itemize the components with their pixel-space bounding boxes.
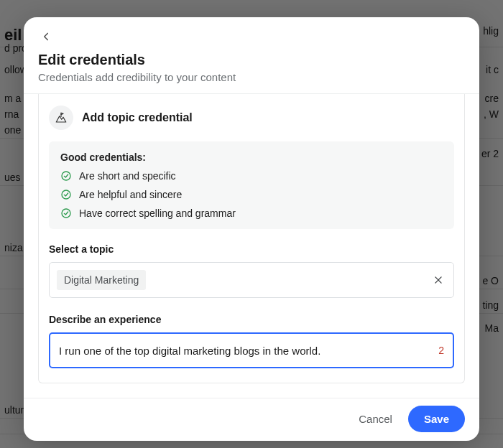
add-topic-label: Add topic credential [82, 111, 193, 124]
mountain-flag-icon [55, 111, 68, 124]
credential-card: Add topic credential Good credentials: A… [38, 94, 465, 383]
clear-topic-button[interactable] [432, 274, 445, 286]
tip-item: Are short and specific [60, 170, 443, 182]
select-topic-label: Select a topic [49, 243, 454, 255]
svg-point-1 [62, 172, 70, 180]
edit-credentials-modal: Edit credentials Credentials add credibi… [24, 17, 479, 441]
svg-point-3 [62, 209, 70, 218]
modal-subtitle: Credentials add credibility to your cont… [38, 71, 465, 83]
tips-title: Good credentials: [60, 151, 443, 163]
save-button[interactable]: Save [408, 406, 465, 432]
check-circle-icon [60, 170, 72, 182]
back-button[interactable] [38, 29, 54, 45]
tip-item: Are helpful and sincere [60, 189, 443, 200]
experience-label: Describe an experience [49, 314, 454, 325]
modal-footer: Cancel Save [24, 398, 479, 441]
add-topic-row: Add topic credential [49, 104, 454, 130]
topic-chip: Digital Marketing [57, 270, 146, 290]
modal-header: Edit credentials Credentials add credibi… [24, 17, 479, 94]
chevron-left-icon [40, 30, 52, 43]
experience-field-wrapper: 2 [49, 332, 454, 368]
check-circle-icon [60, 189, 72, 200]
close-icon [433, 275, 443, 285]
check-circle-icon [60, 207, 72, 219]
experience-input[interactable] [59, 345, 444, 357]
modal-body: Add topic credential Good credentials: A… [24, 94, 479, 398]
tip-text: Are short and specific [79, 170, 176, 182]
cancel-button[interactable]: Cancel [349, 406, 402, 432]
topic-icon-container [49, 106, 73, 130]
tips-box: Good credentials: Are short and specific… [49, 141, 454, 229]
tip-item: Have correct spelling and grammar [60, 207, 443, 219]
tip-text: Are helpful and sincere [79, 189, 182, 200]
svg-point-2 [62, 190, 70, 199]
char-remaining: 2 [438, 345, 444, 356]
tip-text: Have correct spelling and grammar [79, 207, 236, 219]
modal-title: Edit credentials [38, 52, 465, 68]
topic-select[interactable]: Digital Marketing [49, 262, 454, 298]
